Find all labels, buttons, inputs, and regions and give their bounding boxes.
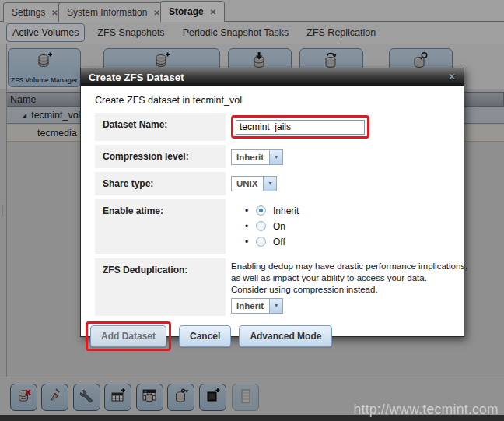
annotation-box-input [231,115,369,139]
share-type-value: UNIX [232,177,263,191]
advanced-mode-button[interactable]: Advanced Mode [239,325,332,347]
dialog-title-bar[interactable]: Create ZFS Dataset ✕ [81,68,464,86]
chevron-down-icon: ▼ [268,181,273,186]
dedup-help-line: as well as impact your ability to access… [231,272,467,284]
dataset-name-input[interactable] [236,120,365,135]
compression-level-label: Compression level: [95,145,226,168]
atime-option-off[interactable]: • Off [240,237,453,247]
atime-on-label: On [273,221,285,232]
zfs-deduplication-label: ZFS Deduplication: [95,258,226,316]
compression-level-value: Inherit [232,150,269,164]
dialog-intro-text: Create ZFS dataset in tecmint_vol [95,95,453,106]
chevron-down-icon: ▼ [274,154,279,160]
atime-option-inherit[interactable]: • Inherit [240,205,453,216]
form-row-dedup: ZFS Deduplication: Enabling dedup may ha… [95,258,453,316]
chevron-down-icon: ▼ [274,303,279,308]
bullet-icon: • [240,205,253,216]
dialog-body: Create ZFS dataset in tecmint_vol Datase… [81,86,464,357]
radio-icon[interactable] [256,237,266,247]
dropdown-button[interactable]: ▼ [269,299,282,313]
tecmint-watermark: http://www.tecmint.com [353,402,499,418]
dialog-close-icon[interactable]: ✕ [448,72,456,82]
annotation-box-button: Add Dataset [86,321,171,351]
cancel-button[interactable]: Cancel [179,325,231,347]
dialog-button-row: Add Dataset Cancel Advanced Mode [86,321,453,351]
dialog-title: Create ZFS Dataset [89,72,448,83]
dedup-help-line: Consider using compression instead. [231,284,467,296]
add-dataset-button[interactable]: Add Dataset [90,325,166,347]
freenas-screen: Settings ✕ System Information ✕ Storage … [0,0,504,421]
form-row-compression: Compression level: Inherit ▼ [95,145,453,168]
atime-radio-group: • Inherit • On • Off [231,202,453,247]
dataset-name-label: Dataset Name: [95,113,226,141]
form-row-dataset-name: Dataset Name: [95,113,453,141]
radio-icon[interactable] [256,221,266,231]
bullet-icon: • [240,237,253,247]
atime-inherit-label: Inherit [273,205,299,216]
dropdown-button[interactable]: ▼ [263,177,276,191]
atime-option-on[interactable]: • On [240,221,453,232]
dedup-select[interactable]: Inherit ▼ [231,298,283,314]
bullet-icon: • [240,221,253,232]
enable-atime-label: Enable atime: [95,199,226,254]
radio-selected-icon[interactable] [256,205,266,216]
share-type-select[interactable]: UNIX ▼ [231,176,277,191]
dedup-value: Inherit [232,299,269,313]
dropdown-button[interactable]: ▼ [269,150,282,164]
share-type-label: Share type: [95,172,226,195]
dedup-help-line: Enabling dedup may have drastic performa… [231,261,467,272]
atime-off-label: Off [273,237,285,247]
compression-level-select[interactable]: Inherit ▼ [231,149,283,165]
form-row-share-type: Share type: UNIX ▼ [95,172,453,195]
create-zfs-dataset-dialog: Create ZFS Dataset ✕ Create ZFS dataset … [80,68,464,337]
form-row-enable-atime: Enable atime: • Inherit • On [95,199,453,254]
